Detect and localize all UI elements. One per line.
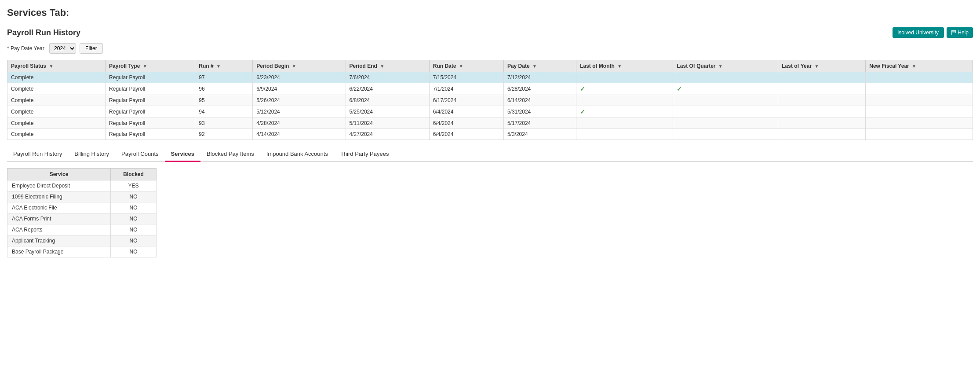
table-row: CompleteRegular Payroll945/12/20245/25/2… (7, 106, 973, 118)
tab-payroll-run-history[interactable]: Payroll Run History (7, 147, 68, 162)
table-cell: Regular Payroll (106, 106, 195, 118)
table-row: CompleteRegular Payroll966/9/20246/22/20… (7, 83, 973, 95)
table-cell: 4/14/2024 (253, 129, 346, 140)
col-run-date: Run Date ▼ (429, 60, 503, 72)
service-name: ACA Electronic File (7, 202, 111, 213)
help-button[interactable]: ⛿ Help (947, 27, 973, 38)
tab-blocked-pay-items[interactable]: Blocked Pay Items (200, 147, 260, 162)
services-scroll-area[interactable]: Service Blocked Employee Direct DepositY… (7, 168, 973, 257)
table-row: CompleteRegular Payroll934/28/20245/11/2… (7, 118, 973, 129)
col-last-of-year: Last of Year ▼ (778, 60, 866, 72)
table-cell: 96 (195, 83, 253, 95)
service-blocked: NO (111, 235, 157, 246)
page-title: Services Tab: (7, 7, 973, 18)
table-cell: 6/14/2024 (503, 95, 576, 106)
table-cell (866, 83, 973, 95)
university-button[interactable]: isolved University (893, 27, 944, 38)
tab-third-party-payees[interactable]: Third Party Payees (334, 147, 395, 162)
table-cell: 5/3/2024 (503, 129, 576, 140)
table-cell: 5/17/2024 (503, 118, 576, 129)
check-icon: ✓ (580, 85, 585, 92)
table-cell: 5/26/2024 (253, 95, 346, 106)
table-cell (778, 95, 866, 106)
pay-date-year-select[interactable]: 2024 2023 2022 (49, 43, 76, 54)
table-cell: 92 (195, 129, 253, 140)
service-blocked: NO (111, 202, 157, 213)
service-blocked: NO (111, 224, 157, 235)
table-cell: Complete (7, 95, 106, 106)
table-cell: 6/9/2024 (253, 83, 346, 95)
col-run-num: Run # ▼ (195, 60, 253, 72)
table-cell (778, 72, 866, 83)
table-cell: Regular Payroll (106, 129, 195, 140)
table-cell: 6/4/2024 (429, 118, 503, 129)
filter-label: * Pay Date Year: (7, 45, 46, 51)
col-period-begin: Period Begin ▼ (253, 60, 346, 72)
table-cell: ✓ (576, 83, 673, 95)
table-cell (673, 72, 778, 83)
table-cell: Regular Payroll (106, 72, 195, 83)
table-cell: 4/27/2024 (346, 129, 429, 140)
tab-billing-history[interactable]: Billing History (68, 147, 115, 162)
services-section: Service Blocked Employee Direct DepositY… (7, 168, 973, 257)
payroll-run-history-table: Payroll Status ▼ Payroll Type ▼ Run # ▼ … (7, 60, 973, 140)
service-blocked: NO (111, 246, 157, 257)
table-cell (866, 106, 973, 118)
table-cell (866, 72, 973, 83)
col-payroll-status: Payroll Status ▼ (7, 60, 106, 72)
table-cell (576, 118, 673, 129)
table-cell: Complete (7, 118, 106, 129)
table-cell: Complete (7, 129, 106, 140)
table-cell: ✓ (673, 83, 778, 95)
service-name: ACA Forms Print (7, 213, 111, 224)
table-cell: 97 (195, 72, 253, 83)
table-cell: 7/1/2024 (429, 83, 503, 95)
table-cell (673, 118, 778, 129)
tab-impound-bank-accounts[interactable]: Impound Bank Accounts (260, 147, 334, 162)
tab-services[interactable]: Services (165, 147, 201, 162)
col-period-end: Period End ▼ (346, 60, 429, 72)
table-cell: Complete (7, 72, 106, 83)
tabs-container: Payroll Run HistoryBilling HistoryPayrol… (7, 147, 973, 162)
table-cell (778, 83, 866, 95)
col-blocked: Blocked (111, 169, 157, 180)
service-name: Base Payroll Package (7, 246, 111, 257)
table-row: CompleteRegular Payroll924/14/20244/27/2… (7, 129, 973, 140)
table-cell (778, 118, 866, 129)
services-header-row: Service Blocked (7, 169, 157, 180)
table-cell (576, 72, 673, 83)
list-item: ACA ReportsNO (7, 224, 157, 235)
table-cell (576, 95, 673, 106)
table-cell: Regular Payroll (106, 83, 195, 95)
check-icon: ✓ (677, 85, 682, 92)
list-item: ACA Forms PrintNO (7, 213, 157, 224)
table-cell: Complete (7, 83, 106, 95)
check-icon: ✓ (580, 108, 585, 115)
section-header: Payroll Run History isolved University ⛿… (7, 27, 973, 38)
table-cell: Regular Payroll (106, 95, 195, 106)
list-item: Applicant TrackingNO (7, 235, 157, 246)
filter-button[interactable]: Filter (80, 43, 103, 54)
table-cell: 6/8/2024 (346, 95, 429, 106)
list-item: Employee Direct DepositYES (7, 180, 157, 191)
table-cell: 6/28/2024 (503, 83, 576, 95)
table-cell: 6/4/2024 (429, 129, 503, 140)
table-cell: ✓ (576, 106, 673, 118)
col-pay-date: Pay Date ▼ (503, 60, 576, 72)
table-cell (576, 129, 673, 140)
table-cell: 6/22/2024 (346, 83, 429, 95)
filter-row: * Pay Date Year: 2024 2023 2022 Filter (7, 43, 973, 54)
table-row: CompleteRegular Payroll976/23/20247/6/20… (7, 72, 973, 83)
table-cell (866, 118, 973, 129)
table-cell: 5/31/2024 (503, 106, 576, 118)
list-item: ACA Electronic FileNO (7, 202, 157, 213)
table-cell: 95 (195, 95, 253, 106)
table-row: CompleteRegular Payroll955/26/20246/8/20… (7, 95, 973, 106)
col-payroll-type: Payroll Type ▼ (106, 60, 195, 72)
table-cell (778, 106, 866, 118)
table-header-row: Payroll Status ▼ Payroll Type ▼ Run # ▼ … (7, 60, 973, 72)
tab-payroll-counts[interactable]: Payroll Counts (115, 147, 165, 162)
table-cell: 5/12/2024 (253, 106, 346, 118)
header-buttons: isolved University ⛿ Help (893, 27, 973, 38)
table-cell: 7/6/2024 (346, 72, 429, 83)
